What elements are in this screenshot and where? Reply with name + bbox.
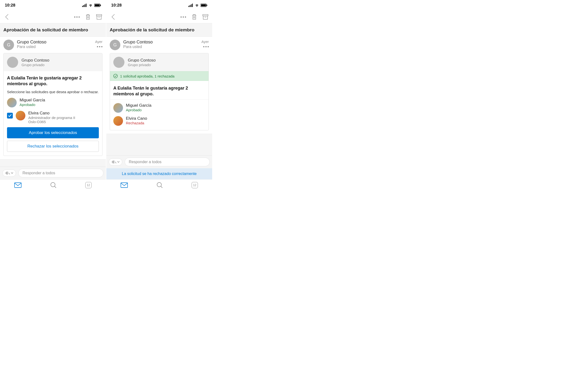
- svg-rect-18: [201, 4, 206, 6]
- sender-to: Para usted: [123, 45, 198, 49]
- search-tab[interactable]: [157, 182, 163, 188]
- svg-rect-5: [95, 4, 100, 6]
- member-avatar: [16, 111, 25, 121]
- member-name: Elvira Cano: [28, 111, 99, 116]
- svg-rect-8: [97, 16, 101, 19]
- svg-rect-20: [203, 14, 208, 16]
- calendar-tab[interactable]: 12: [192, 182, 198, 188]
- approval-card-result: Grupo Contoso Grupo privado 1 solicitud …: [110, 53, 209, 130]
- member-avatar: [113, 103, 123, 113]
- reply-mode-button[interactable]: [2, 170, 16, 177]
- member-row-approved: Miguel García Aprobado: [7, 98, 99, 107]
- svg-rect-15: [191, 4, 192, 7]
- member-status-approved: Aprobado: [20, 103, 99, 107]
- sender-to: Para usted: [17, 45, 92, 49]
- battery-icon: [201, 4, 207, 7]
- calendar-icon: 12: [85, 182, 91, 188]
- group-avatar: [113, 57, 124, 68]
- toast-notification: La solicitud se ha rechazado correctamen…: [106, 168, 212, 179]
- member-status-rejected: Rechazada: [126, 121, 205, 125]
- email-subject: Aprobación de la solicitud de miembro: [0, 23, 106, 37]
- reply-input[interactable]: Responder a todos: [125, 158, 210, 166]
- reply-bar: Responder a todos: [106, 155, 212, 168]
- wifi-icon: [195, 4, 199, 7]
- status-bar: 10:28: [0, 0, 106, 11]
- archive-button[interactable]: [202, 13, 209, 20]
- reply-bar: Responder a todos: [0, 167, 106, 179]
- sender-row[interactable]: G Grupo Contoso Para usted Ayer: [0, 37, 106, 53]
- group-avatar: [7, 57, 18, 68]
- svg-rect-24: [121, 183, 128, 188]
- member-row-rejected: Elvira Cano Rechazada: [113, 116, 205, 126]
- svg-point-11: [51, 183, 55, 187]
- archive-button[interactable]: [96, 13, 102, 20]
- body-filler: [106, 134, 212, 155]
- email-subject: Aprobación de la solicitud de miembro: [106, 23, 212, 37]
- card-header: Grupo Contoso Grupo privado: [4, 53, 102, 71]
- back-button[interactable]: [3, 13, 10, 20]
- more-options-button[interactable]: [180, 13, 187, 20]
- status-icons: [189, 4, 207, 7]
- sender-row[interactable]: G Grupo Contoso Para usted Ayer: [106, 37, 212, 53]
- back-button[interactable]: [110, 13, 116, 20]
- svg-rect-21: [203, 16, 207, 19]
- battery-icon: [94, 4, 101, 7]
- message-more-button[interactable]: [201, 46, 209, 47]
- member-name: Miguel García: [20, 98, 99, 103]
- reply-input[interactable]: Responder a todos: [18, 169, 103, 177]
- message-more-button[interactable]: [95, 46, 102, 47]
- success-check-icon: [113, 74, 118, 78]
- body-filler: [0, 159, 106, 167]
- mail-tab[interactable]: [14, 183, 22, 188]
- tab-bar: 12: [0, 179, 106, 191]
- svg-rect-14: [190, 5, 191, 7]
- member-row-pending[interactable]: Elvira Cano Administrador de programa II…: [7, 111, 99, 124]
- svg-rect-13: [189, 6, 189, 7]
- approve-selected-button[interactable]: Aprobar los seleccionados: [7, 127, 99, 138]
- sender-name: Grupo Contoso: [123, 40, 198, 45]
- phone-screen-b: 10:28 Aprobación de la solicitud de miem…: [106, 0, 213, 191]
- member-avatar: [7, 98, 17, 107]
- signal-icon: [189, 4, 193, 7]
- search-icon: [157, 182, 163, 188]
- calendar-tab[interactable]: 12: [85, 182, 91, 188]
- svg-rect-6: [100, 5, 101, 6]
- member-checkbox[interactable]: [7, 113, 13, 119]
- phone-screen-a: 10:28 Aprobación de la solicitud de miem…: [0, 0, 106, 191]
- sender-avatar: G: [110, 40, 120, 50]
- member-role: Administrador de programa II: [28, 116, 99, 120]
- svg-rect-7: [96, 14, 102, 16]
- delete-button[interactable]: [191, 13, 198, 20]
- svg-rect-10: [14, 183, 21, 188]
- svg-rect-2: [85, 4, 85, 7]
- chevron-down-icon: [117, 161, 120, 163]
- svg-rect-1: [83, 5, 84, 7]
- svg-point-25: [157, 183, 161, 187]
- more-options-button[interactable]: [74, 13, 80, 20]
- check-icon: [8, 114, 12, 117]
- member-avatar: [113, 116, 123, 126]
- sender-timestamp: Ayer: [95, 40, 102, 44]
- status-time: 10:28: [111, 3, 122, 8]
- member-status-approved: Aprobado: [126, 108, 205, 112]
- member-name: Miguel García: [126, 103, 205, 108]
- group-type: Grupo privado: [128, 63, 156, 67]
- search-tab[interactable]: [50, 182, 57, 188]
- reply-mode-button[interactable]: [109, 158, 122, 166]
- svg-line-26: [161, 186, 162, 188]
- nav-bar: [106, 11, 212, 23]
- request-heading: A Eulalia Terán le gustaría agregar 2 mi…: [113, 85, 205, 97]
- success-banner-text: 1 solicitud aprobada, 1 rechazada: [120, 74, 174, 78]
- delete-button[interactable]: [85, 13, 91, 20]
- reject-selected-button[interactable]: Rechazar los seleccionados: [7, 141, 99, 152]
- svg-rect-3: [86, 4, 87, 7]
- mail-tab[interactable]: [121, 183, 128, 188]
- svg-rect-16: [192, 4, 193, 7]
- calendar-icon: 12: [192, 182, 198, 188]
- member-location: Oslo-O365: [28, 120, 99, 124]
- status-icons: [82, 4, 101, 7]
- mail-icon: [121, 183, 128, 188]
- group-name: Grupo Contoso: [128, 58, 156, 63]
- nav-bar: [0, 11, 106, 23]
- tab-bar: 12: [106, 179, 212, 191]
